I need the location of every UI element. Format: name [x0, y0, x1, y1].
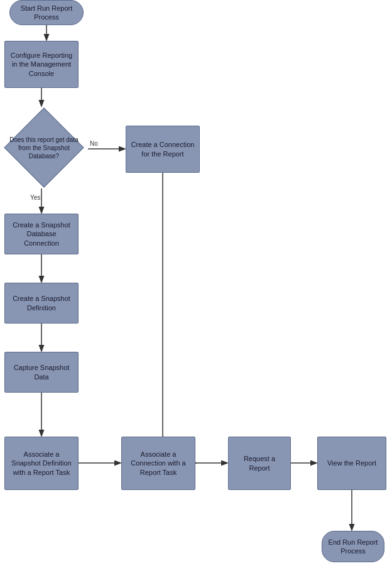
request-report-node: Request a Report [228, 437, 291, 490]
start-node: Start Run Report Process [9, 0, 84, 25]
yes-label: Yes [30, 194, 40, 201]
flowchart: Yes No Start Run Report Process Configur… [0, 0, 392, 566]
snapshot-def-node: Create a Snapshot Definition [4, 283, 79, 324]
no-label: No [90, 140, 98, 147]
view-report-node: View the Report [317, 437, 386, 490]
snapshot-db-conn-node: Create a Snapshot Database Connection [4, 214, 79, 254]
decision-node: Does this report get data from the Snaps… [0, 107, 88, 188]
assoc-connection-node: Associate a Connection with a Report Tas… [121, 437, 195, 490]
decision-text: Does this report get data from the Snaps… [4, 136, 84, 160]
create-connection-node: Create a Connection for the Report [126, 126, 200, 173]
assoc-snapshot-node: Associate a Snapshot Definition with a R… [4, 437, 79, 490]
capture-snapshot-node: Capture Snapshot Data [4, 352, 79, 393]
configure-node: Configure Reporting in the Management Co… [4, 41, 79, 88]
end-node: End Run Report Process [322, 531, 384, 562]
